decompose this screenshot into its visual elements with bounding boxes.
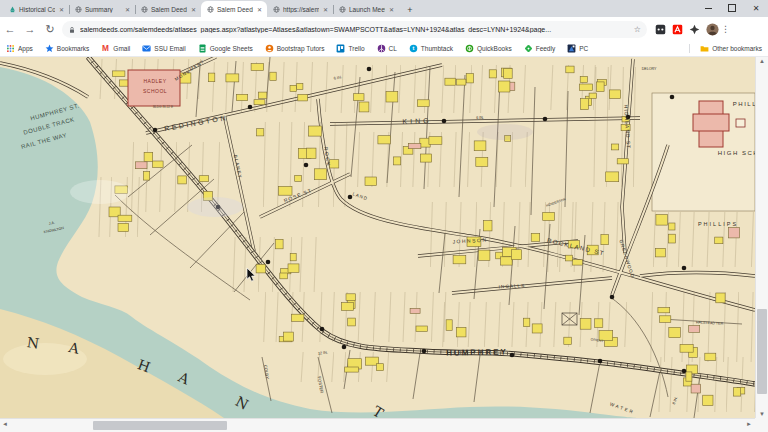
bookmark-google-sheets[interactable]: Google Sheets (192, 44, 259, 53)
minimize-button[interactable] (696, 0, 720, 16)
tab-close-icon[interactable]: ✕ (190, 6, 197, 13)
bookmarks-divider (689, 44, 690, 53)
atlas-map-image[interactable]: HUMPHREY ST.DOUBLE TRACKRAIL THE WAYMONU… (0, 57, 755, 418)
bookmark-ssu-email[interactable]: SSU Email (136, 44, 191, 53)
scrollbar-corner (755, 418, 768, 432)
tab-title: Historical Commissi (19, 6, 55, 13)
scroll-left-arrow[interactable]: ◄ (2, 421, 8, 427)
restore-button[interactable] (720, 0, 744, 16)
window-controls: ✕ (696, 0, 768, 16)
pc-icon (567, 44, 576, 53)
bookmark-label: CL (389, 45, 397, 52)
star-blue-icon (45, 44, 54, 53)
bookmark-label: Trello (348, 45, 364, 52)
bookmark-label: Gmail (113, 45, 130, 52)
scroll-up-arrow[interactable]: ▲ (756, 58, 768, 64)
globe-icon (207, 6, 214, 13)
feedly-icon (524, 44, 533, 53)
bookmark-label: Bookmarks (57, 45, 90, 52)
email-blue-icon (142, 44, 151, 53)
extension-star-icon[interactable] (689, 24, 700, 35)
bootstrap-icon (265, 44, 274, 53)
horizontal-scrollbar-thumb[interactable] (93, 421, 227, 430)
svg-text:M: M (102, 44, 109, 53)
back-button[interactable]: ← (0, 23, 20, 35)
bookmark-label: SSU Email (154, 45, 185, 52)
bookmark-thumbtack[interactable]: tThumbtack (403, 44, 459, 53)
scroll-right-arrow[interactable]: ► (746, 421, 752, 427)
apps-grid-icon (6, 44, 15, 53)
trello-icon (336, 44, 345, 53)
bookmark-star-icon[interactable]: ☆ (634, 25, 641, 34)
padlock-icon (68, 20, 76, 38)
globe-icon (75, 6, 82, 13)
other-bookmarks-button[interactable]: Other bookmarks (694, 44, 768, 54)
new-tab-button[interactable]: + (403, 4, 417, 17)
globe-icon (141, 6, 148, 13)
browser-tab-3[interactable]: Salem Deeds - Atla✕ (135, 2, 201, 17)
profile-avatar[interactable] (706, 23, 719, 36)
vertical-scrollbar[interactable]: ▲ ▼ (755, 57, 768, 418)
tab-close-icon[interactable]: ✕ (256, 6, 263, 13)
address-bar[interactable]: salemdeeds.com/salemdeeds/atlases_pages.… (62, 21, 647, 38)
bookmark-gmail[interactable]: MGmail (95, 44, 136, 53)
scroll-down-arrow[interactable]: ▼ (756, 411, 768, 417)
horizontal-scrollbar[interactable]: ◄ ► (0, 418, 768, 432)
quickbooks-icon (465, 44, 474, 53)
adobe-acrobat-icon[interactable] (672, 24, 683, 35)
bookmark-label: Bootstrap Tutors (277, 45, 325, 52)
bookmark-cl[interactable]: CL (371, 44, 403, 53)
tab-title: Salem Deeds - Atla (151, 6, 187, 13)
extension-icons (655, 24, 700, 35)
url-text[interactable]: salemdeeds.com/salemdeeds/atlases_pages.… (80, 26, 630, 33)
tab-title: Launch Meeting - Z (349, 6, 385, 13)
sheets-icon (198, 44, 207, 53)
bookmark-label: PC (579, 45, 588, 52)
bookmark-label: Feedly (536, 45, 556, 52)
folder-icon (700, 44, 709, 54)
reload-button[interactable]: ↻ (40, 23, 60, 36)
bookmark-bookmarks[interactable]: Bookmarks (39, 44, 96, 53)
bookmark-bootstrap-tutors[interactable]: Bootstrap Tutors (259, 44, 331, 53)
browser-window: Historical Commissi✕Summary✕Salem Deeds … (0, 0, 768, 432)
landmark-icon (9, 6, 16, 13)
tab-close-icon[interactable]: ✕ (388, 6, 395, 13)
browser-tab-6[interactable]: Launch Meeting - Z✕ (333, 2, 399, 17)
tab-title: https://salemdeeds (283, 6, 319, 13)
page-content: HUMPHREY ST.DOUBLE TRACKRAIL THE WAYMONU… (0, 57, 768, 432)
hadley-school-building (128, 70, 180, 106)
bookmark-label: Thumbtack (421, 45, 453, 52)
bookmark-label: Google Sheets (210, 45, 253, 52)
tab-close-icon[interactable]: ✕ (322, 6, 329, 13)
bookmark-trello[interactable]: Trello (330, 44, 370, 53)
browser-toolbar: ← → ↻ salemdeeds.com/salemdeeds/atlases_… (0, 17, 768, 41)
browser-tab-5[interactable]: https://salemdeeds✕ (267, 2, 333, 17)
globe-icon (339, 6, 346, 13)
tab-title: Salem Deeds - Atla (217, 6, 253, 13)
bookmark-label: Apps (18, 45, 33, 52)
tab-close-icon[interactable]: ✕ (124, 6, 131, 13)
tab-title: Summary (85, 6, 121, 13)
bookmark-quickbooks[interactable]: QuickBooks (459, 44, 518, 53)
grid-extension-icon[interactable] (655, 24, 666, 35)
browser-tab-1[interactable]: Historical Commissi✕ (3, 2, 69, 17)
thumbtack-icon: t (409, 44, 418, 53)
bookmark-apps[interactable]: Apps (0, 44, 39, 53)
browser-tab-2[interactable]: Summary✕ (69, 2, 135, 17)
bookmark-label: QuickBooks (477, 45, 512, 52)
vertical-scrollbar-thumb[interactable] (757, 309, 767, 394)
bookmarks-bar: AppsBookmarksMGmailSSU EmailGoogle Sheet… (0, 41, 768, 57)
gmail-icon: M (101, 44, 110, 53)
tab-close-icon[interactable]: ✕ (58, 6, 65, 13)
svg-text:t: t (412, 45, 414, 51)
globe-icon (273, 6, 280, 13)
tab-strip: Historical Commissi✕Summary✕Salem Deeds … (0, 0, 768, 17)
browser-tab-4[interactable]: Salem Deeds - Atla✕ (201, 1, 267, 17)
browser-menu-icon[interactable]: ⋮ (721, 24, 730, 34)
cl-peace-icon (377, 44, 386, 53)
bookmark-pc[interactable]: PC (561, 44, 594, 53)
close-window-button[interactable]: ✕ (744, 0, 768, 16)
forward-button[interactable]: → (20, 23, 40, 35)
bookmark-feedly[interactable]: Feedly (518, 44, 562, 53)
